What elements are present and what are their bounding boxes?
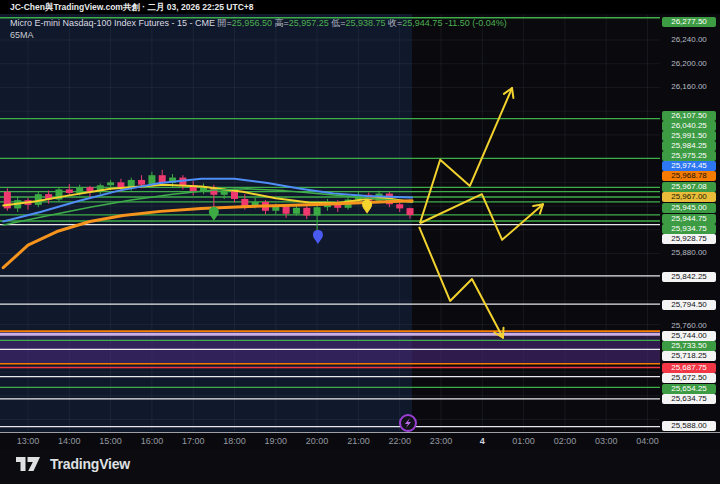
session-clock-icon — [400, 415, 416, 431]
grid-layer — [0, 15, 660, 431]
time-tick-label: 16:00 — [141, 436, 164, 446]
price-label-chip: 25,588.00 — [662, 421, 716, 431]
time-tick-label: 23:00 — [430, 436, 453, 446]
close-label: 收= — [388, 18, 402, 28]
price-tick-label: 26,200.00 — [662, 59, 716, 69]
price-label-chip: 26,107.50 — [662, 111, 716, 121]
time-tick-label: 03:00 — [595, 436, 618, 446]
change-value: -11.50 (-0.04%) — [445, 18, 507, 28]
arrows-layer[interactable] — [419, 88, 543, 338]
time-tick-label: 21:00 — [347, 436, 370, 446]
open-label: 開= — [218, 18, 232, 28]
price-label-chip: 25,733.50 — [662, 341, 716, 351]
price-tick-label: 26,240.00 — [662, 35, 716, 45]
tradingview-chart-window: JC-Chen與TradingView.com共創 · 二月 03, 2026 … — [0, 0, 720, 484]
price-label-chip: 25,984.25 — [662, 141, 716, 151]
price-label-chip: 25,967.00 — [662, 192, 716, 202]
time-axis[interactable]: 13:0014:0015:0016:0017:0018:0019:0020:00… — [0, 432, 720, 451]
price-label-chip: 25,718.25 — [662, 351, 716, 361]
price-label-chip: 25,634.75 — [662, 394, 716, 404]
chart-pane[interactable]: Micro E-mini Nasdaq-100 Index Futures - … — [0, 14, 720, 432]
projection-down — [419, 227, 503, 338]
price-label-chip: 26,040.25 — [662, 121, 716, 131]
price-label-chip: 25,934.75 — [662, 224, 716, 234]
price-label-chip: 25,744.00 — [662, 331, 716, 341]
price-label-chip: 25,672.50 — [662, 373, 716, 383]
high-value: 25,957.25 — [289, 18, 329, 28]
time-tick-label: 20:00 — [306, 436, 329, 446]
price-label-chip: 25,974.45 — [662, 161, 716, 171]
low-label: 低= — [331, 18, 345, 28]
price-label-chip: 25,794.50 — [662, 300, 716, 310]
price-label-chip: 25,842.25 — [662, 272, 716, 282]
high-label: 高= — [274, 18, 288, 28]
tradingview-logo-icon — [16, 457, 42, 472]
symbol-legend[interactable]: Micro E-mini Nasdaq-100 Index Futures - … — [10, 17, 507, 30]
price-label-chip: 25,967.08 — [662, 182, 716, 192]
footer-bar: TradingView — [0, 450, 720, 484]
close-value: 25,944.75 — [402, 18, 442, 28]
low-value: 25,938.75 — [346, 18, 386, 28]
time-tick-label: 22:00 — [388, 436, 411, 446]
price-label-chip: 25,991.50 — [662, 131, 716, 141]
price-tick-label: 26,160.00 — [662, 82, 716, 92]
price-label-chip: 25,928.75 — [662, 234, 716, 244]
price-label-chip: 25,944.75 — [662, 214, 716, 224]
projection-sideways — [420, 194, 543, 240]
price-label-chip: 25,687.75 — [662, 363, 716, 373]
price-label-chip: 25,945.00 — [662, 203, 716, 213]
time-tick-label: 17:00 — [182, 436, 205, 446]
price-tick-label: 25,760.00 — [662, 321, 716, 331]
price-label-chip: 25,654.25 — [662, 384, 716, 394]
price-label-chip: 26,277.50 — [662, 17, 716, 27]
time-tick-label: 04:00 — [636, 436, 659, 446]
price-tick-label: 25,880.00 — [662, 248, 716, 258]
date-change-tick: 4 — [480, 436, 485, 446]
blue-signal-pin — [313, 230, 323, 244]
yellow-signal-pin — [362, 200, 372, 214]
price-label-chip: 25,975.25 — [662, 151, 716, 161]
chart-canvas[interactable] — [0, 0, 720, 450]
level-lines-layer[interactable] — [0, 18, 660, 427]
ma-line-orange-ma — [3, 201, 412, 268]
time-tick-label: 02:00 — [554, 436, 577, 446]
bands-layer — [0, 331, 660, 364]
time-tick-label: 15:00 — [99, 436, 122, 446]
time-tick-label: 01:00 — [512, 436, 535, 446]
open-value: 25,956.50 — [232, 18, 272, 28]
green-signal-pin — [209, 207, 219, 221]
price-label-chip: 25,968.78 — [662, 171, 716, 181]
time-tick-label: 14:00 — [58, 436, 81, 446]
price-axis[interactable]: 26,240.0026,200.0026,160.0025,880.0025,7… — [660, 14, 720, 432]
projection-up-big — [420, 88, 512, 223]
tradingview-logo-text: TradingView — [50, 456, 130, 472]
indicator-legend-65ma[interactable]: 65MA — [10, 30, 34, 40]
time-tick-label: 19:00 — [265, 436, 288, 446]
time-tick-label: 18:00 — [223, 436, 246, 446]
symbol-title: Micro E-mini Nasdaq-100 Index Futures - … — [10, 18, 215, 28]
tradingview-logo[interactable]: TradingView — [16, 456, 130, 472]
time-tick-label: 13:00 — [17, 436, 40, 446]
